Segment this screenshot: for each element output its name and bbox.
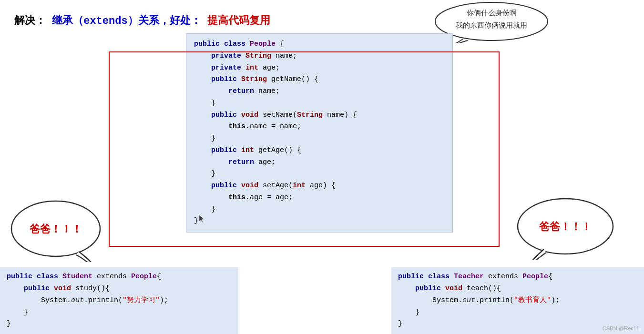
parent-code-box: public class People { private String nam… (186, 33, 453, 233)
bubble-left: 爸爸！！！ (10, 200, 102, 264)
code-line: public void setName(String name) { (194, 110, 445, 121)
code-line: this.age = age; (194, 192, 445, 204)
code-line: } (194, 168, 445, 180)
code-line: public class People { (194, 39, 445, 51)
code-line: } (194, 98, 445, 110)
code-line: public int getAge() { (194, 145, 445, 157)
code-line: public class Student extends People{ (7, 271, 232, 283)
watermark: CSDN @Rec11 (603, 325, 639, 331)
code-line: } (7, 318, 232, 330)
code-line: } (7, 307, 232, 319)
mouse-cursor (199, 215, 205, 223)
code-line: private int age; (194, 62, 445, 74)
code-line: } (194, 204, 445, 216)
svg-text:我的东西你俩说用就用: 我的东西你俩说用就用 (456, 21, 527, 29)
header-highlight: 提高代码复用 (207, 15, 270, 27)
code-line: public void setAge(int age) { (194, 180, 445, 192)
svg-text:你俩什么身份啊: 你俩什么身份啊 (466, 9, 517, 17)
header-title: 解决： 继承（extends）关系，好处： 提高代码复用 (14, 13, 270, 28)
code-line: System.out.println("教书育人"); (398, 295, 637, 307)
svg-text:爸爸！！！: 爸爸！！！ (30, 223, 82, 235)
code-line: } (398, 318, 637, 330)
header-main: 继承（extends）关系，好处： (52, 15, 201, 27)
code-line: return name; (194, 86, 445, 98)
code-line: } (194, 215, 445, 227)
code-line: return age; (194, 157, 445, 169)
code-line: this.name = name; (194, 121, 445, 133)
student-code-box: public class Student extends People{ pub… (0, 267, 238, 334)
code-line: public void study(){ (7, 283, 232, 295)
teacher-code-box: public class Teacher extends People{ pub… (391, 267, 644, 334)
code-line: public void teach(){ (398, 283, 637, 295)
header-prefix: 解决： (14, 15, 46, 27)
bubble-right: 爸爸！！！ (515, 198, 615, 262)
svg-text:爸爸！！！: 爸爸！！！ (539, 221, 592, 233)
code-line: public class Teacher extends People{ (398, 271, 637, 283)
code-line: } (194, 133, 445, 145)
code-line: System.out.println("努力学习"); (7, 295, 232, 307)
code-line: } (398, 307, 637, 319)
code-line: public String getName() { (194, 74, 445, 86)
code-line: private String name; (194, 51, 445, 62)
